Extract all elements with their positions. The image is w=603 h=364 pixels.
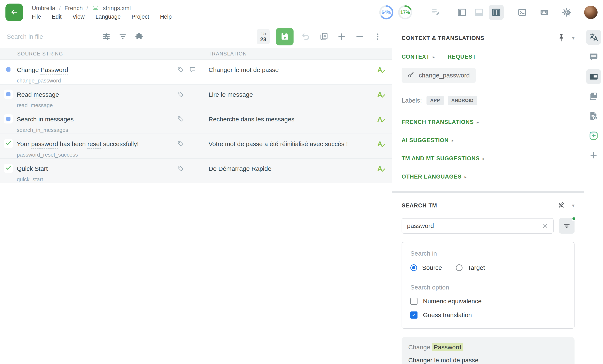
breadcrumb-separator: / — [59, 5, 61, 11]
status-pill — [4, 114, 13, 124]
settings-gear-icon[interactable] — [559, 5, 574, 20]
source-string-text: Read message — [17, 91, 177, 99]
request-context-link[interactable]: REQUEST — [447, 54, 476, 60]
plugins-puzzle-icon[interactable] — [133, 31, 145, 43]
status-pill — [4, 164, 13, 173]
checkbox-box[interactable]: ✓ — [410, 311, 417, 318]
context-panel-icon[interactable] — [586, 69, 601, 84]
collapse-chevron-icon[interactable]: ▾ — [572, 203, 575, 208]
advanced-filter-icon[interactable] — [101, 31, 112, 43]
ai-icon[interactable] — [586, 128, 601, 143]
search-option-checkboxes: Numeric equivalence✓Guess translation — [410, 298, 566, 318]
approve-translation-icon[interactable]: A — [377, 66, 386, 75]
tag-icon[interactable] — [177, 91, 184, 98]
section-other-languages[interactable]: OTHER LANGUAGES▸ — [402, 173, 575, 180]
translation-cell: Changer le mot de passeA — [209, 60, 392, 84]
pin-icon[interactable] — [558, 34, 565, 43]
approved-check-icon — [5, 165, 12, 172]
comment-icon[interactable] — [189, 66, 196, 74]
context-link[interactable]: CONTEXT ▸ — [402, 54, 435, 60]
keyboard-shortcuts-icon[interactable] — [537, 5, 552, 20]
string-row[interactable]: Search in messagessearch_in_messagesRech… — [0, 109, 392, 134]
radio-circle[interactable] — [456, 264, 463, 271]
current-string-number: 15 — [260, 31, 266, 36]
menu-project[interactable]: Project — [131, 14, 149, 20]
approve-translation-icon[interactable]: A — [377, 165, 386, 174]
approve-translation-icon[interactable]: A — [377, 140, 386, 149]
section-label: TM AND MT SUGGESTIONS — [402, 155, 480, 162]
string-key: change_password — [17, 78, 177, 84]
string-key-chip[interactable]: change_password — [402, 68, 476, 83]
comments-icon[interactable] — [586, 49, 601, 65]
file-info-icon[interactable] — [586, 108, 601, 124]
string-row[interactable]: Change Passwordchange_passwordChanger le… — [0, 60, 392, 85]
checkbox-guess-translation[interactable]: ✓Guess translation — [410, 311, 566, 318]
add-panel-icon[interactable] — [586, 148, 601, 163]
string-row[interactable]: Quick Startquick_startDe Démarrage Rapid… — [0, 159, 392, 183]
tag-icon[interactable] — [177, 140, 184, 148]
radio-circle[interactable] — [410, 264, 417, 271]
more-options-kebab-icon[interactable] — [372, 31, 383, 43]
console-icon[interactable] — [515, 5, 530, 20]
search-in-file-input[interactable] — [6, 33, 96, 40]
back-button[interactable] — [5, 4, 23, 21]
top-bar: Umbrella / French / strings.xml FileEdit… — [0, 0, 603, 25]
collapse-chevron-icon[interactable]: ▾ — [572, 35, 575, 41]
approve-translation-icon[interactable]: A — [377, 115, 386, 125]
undo-icon[interactable] — [300, 31, 312, 43]
glossary-icon[interactable] — [586, 89, 601, 104]
menu-view[interactable]: View — [72, 14, 85, 20]
context-link-label: CONTEXT — [402, 54, 430, 60]
layout-bottom-panel-icon[interactable] — [472, 5, 487, 20]
tm-filter-button[interactable] — [559, 218, 575, 234]
radio-target[interactable]: Target — [456, 264, 485, 271]
breadcrumb-project[interactable]: Umbrella — [32, 5, 55, 11]
radio-source[interactable]: Source — [410, 264, 442, 271]
label-badge: ANDROID — [448, 96, 477, 105]
string-key: password_reset_success — [17, 152, 177, 158]
remove-string-icon[interactable] — [354, 31, 366, 43]
copy-source-icon[interactable] — [318, 31, 330, 43]
section-tm-and-mt-suggestions[interactable]: TM AND MT SUGGESTIONS▸ — [402, 155, 575, 162]
menu-edit[interactable]: Edit — [52, 14, 62, 20]
chevron-right-icon: ▸ — [464, 174, 467, 179]
translation-progress-ring[interactable]: 64% — [379, 5, 394, 20]
tm-search-options-box: Search in SourceTarget Search option Num… — [402, 242, 575, 329]
checkbox-numeric-equivalence[interactable]: Numeric equivalence — [410, 298, 566, 305]
section-label: FRENCH TRANSLATIONS — [402, 119, 474, 125]
breadcrumb-language[interactable]: French — [65, 5, 83, 11]
string-row[interactable]: Your password has been reset successfull… — [0, 134, 392, 159]
source-text-segment: Read — [17, 91, 34, 98]
checkbox-box[interactable] — [410, 298, 417, 305]
key-icon — [407, 71, 415, 80]
unpin-icon[interactable] — [557, 201, 565, 210]
layout-right-panel-icon[interactable] — [489, 5, 504, 20]
menu-file[interactable]: File — [32, 14, 41, 20]
section-french-translations[interactable]: FRENCH TRANSLATIONS▸ — [402, 119, 575, 125]
back-arrow-icon — [10, 8, 18, 17]
string-position-counter: 15 23 — [257, 29, 270, 44]
menu-language[interactable]: Language — [95, 14, 121, 20]
layout-left-panel-icon[interactable] — [454, 5, 469, 20]
tag-icon[interactable] — [177, 66, 184, 74]
check-mark — [380, 118, 386, 124]
approve-translation-icon[interactable]: A — [377, 91, 386, 100]
clear-search-icon[interactable] — [542, 223, 549, 229]
source-string-cell: Read messageread_message — [17, 85, 177, 109]
save-button[interactable] — [276, 28, 293, 46]
translate-icon[interactable] — [586, 30, 601, 45]
approval-progress-ring[interactable]: 17% — [397, 5, 413, 20]
tm-search-input[interactable] — [406, 222, 542, 230]
section-ai-suggestion[interactable]: AI SUGGESTION▸ — [402, 137, 575, 144]
avatar[interactable] — [584, 6, 598, 19]
filter-strings-icon[interactable] — [117, 31, 128, 43]
drafts-icon[interactable] — [428, 5, 443, 20]
panel-icon-rail — [584, 25, 603, 364]
tm-result-card[interactable]: Change PasswordChanger le mot de passe — [402, 337, 575, 364]
menu-help[interactable]: Help — [160, 14, 172, 20]
string-row[interactable]: Read messageread_messageLire le messageA — [0, 85, 392, 109]
tag-icon[interactable] — [177, 115, 184, 123]
add-string-icon[interactable] — [336, 31, 348, 43]
breadcrumb-file[interactable]: strings.xml — [103, 5, 131, 11]
tag-icon[interactable] — [177, 165, 184, 172]
